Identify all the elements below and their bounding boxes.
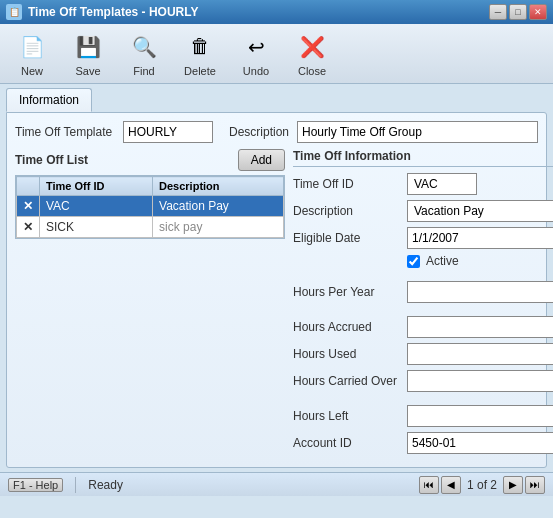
list-title: Time Off List xyxy=(15,153,88,167)
col-description-header: Description xyxy=(153,177,284,196)
row-delete-btn[interactable]: ✕ xyxy=(17,196,40,217)
hours-carried-over-label: Hours Carried Over xyxy=(293,374,403,388)
nav-prev[interactable]: ◀ xyxy=(441,476,461,494)
delete-button[interactable]: 🗑Delete xyxy=(176,26,224,82)
close-icon: ❌ xyxy=(296,31,328,63)
find-label: Find xyxy=(133,65,154,77)
add-button[interactable]: Add xyxy=(238,149,285,171)
nav-first[interactable]: ⏮ xyxy=(419,476,439,494)
hours-left-input[interactable] xyxy=(407,405,553,427)
window-title: Time Off Templates - HOURLY xyxy=(28,5,198,19)
list-item[interactable]: ✕ SICK sick pay xyxy=(17,217,284,238)
template-input[interactable] xyxy=(123,121,213,143)
save-label: Save xyxy=(75,65,100,77)
undo-label: Undo xyxy=(243,65,269,77)
delete-icon: 🗑 xyxy=(184,31,216,63)
col-timeof-id-header: Time Off ID xyxy=(40,177,153,196)
undo-button[interactable]: ↩Undo xyxy=(232,26,280,82)
app-icon: 📋 xyxy=(6,4,22,20)
info-section-title: Time Off Information xyxy=(293,149,553,167)
template-label: Time Off Template xyxy=(15,125,115,139)
eligible-date-input[interactable] xyxy=(407,227,553,249)
timeof-id-input[interactable] xyxy=(407,173,477,195)
row-id: VAC xyxy=(40,196,153,217)
delete-label: Delete xyxy=(184,65,216,77)
close-label: Close xyxy=(298,65,326,77)
maximize-button[interactable]: □ xyxy=(509,4,527,20)
new-label: New xyxy=(21,65,43,77)
account-id-label: Account ID xyxy=(293,436,403,450)
hours-per-year-label: Hours Per Year xyxy=(293,285,403,299)
row-delete-btn[interactable]: ✕ xyxy=(17,217,40,238)
row-description: sick pay xyxy=(153,217,284,238)
active-checkbox[interactable] xyxy=(407,255,420,268)
col-id-header xyxy=(17,177,40,196)
nav-next[interactable]: ▶ xyxy=(503,476,523,494)
row-description: Vacation Pay xyxy=(153,196,284,217)
nav-page: 1 of 2 xyxy=(463,478,501,492)
save-button[interactable]: 💾Save xyxy=(64,26,112,82)
hours-used-input[interactable] xyxy=(407,343,553,365)
hours-carried-over-input[interactable] xyxy=(407,370,553,392)
help-key: F1 - Help xyxy=(8,478,63,492)
status-separator xyxy=(75,477,76,493)
tab-information[interactable]: Information xyxy=(6,88,92,112)
info-desc-label: Description xyxy=(293,204,403,218)
find-icon: 🔍 xyxy=(128,31,160,63)
timeof-id-label: Time Off ID xyxy=(293,177,403,191)
hours-used-label: Hours Used xyxy=(293,347,403,361)
description-input[interactable] xyxy=(297,121,538,143)
close-button[interactable]: ❌Close xyxy=(288,26,336,82)
find-button[interactable]: 🔍Find xyxy=(120,26,168,82)
new-button[interactable]: 📄New xyxy=(8,26,56,82)
hours-accrued-input[interactable] xyxy=(407,316,553,338)
save-icon: 💾 xyxy=(72,31,104,63)
hours-per-year-input[interactable] xyxy=(407,281,553,303)
title-bar: 📋 Time Off Templates - HOURLY ─ □ ✕ xyxy=(0,0,553,24)
status-bar: F1 - Help Ready ⏮ ◀ 1 of 2 ▶ ⏭ xyxy=(0,472,553,496)
hours-left-label: Hours Left xyxy=(293,409,403,423)
list-item[interactable]: ✕ VAC Vacation Pay xyxy=(17,196,284,217)
window-close-button[interactable]: ✕ xyxy=(529,4,547,20)
row-id: SICK xyxy=(40,217,153,238)
new-icon: 📄 xyxy=(16,31,48,63)
nav-last[interactable]: ⏭ xyxy=(525,476,545,494)
hours-accrued-label: Hours Accrued xyxy=(293,320,403,334)
description-label: Description xyxy=(229,125,289,139)
info-desc-input[interactable] xyxy=(407,200,553,222)
eligible-date-label: Eligible Date xyxy=(293,231,403,245)
toolbar: 📄New💾Save🔍Find🗑Delete↩Undo❌Close xyxy=(0,24,553,84)
minimize-button[interactable]: ─ xyxy=(489,4,507,20)
account-id-input[interactable] xyxy=(407,432,553,454)
status-text: Ready xyxy=(88,478,123,492)
undo-icon: ↩ xyxy=(240,31,272,63)
active-label: Active xyxy=(426,254,459,268)
